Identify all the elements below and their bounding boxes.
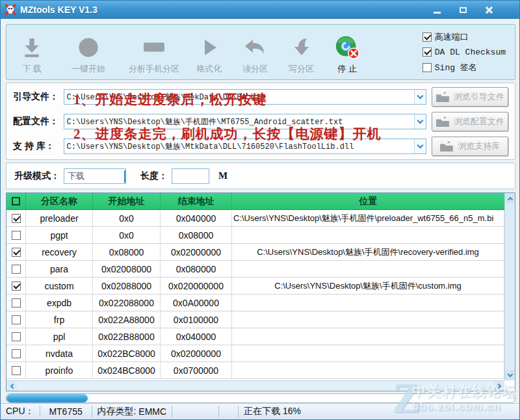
upgrade-mode-select[interactable]: 下载 bbox=[64, 168, 126, 184]
browse-support-lib-button[interactable]: 浏览支持库 bbox=[432, 137, 508, 156]
row-checkbox[interactable] bbox=[12, 248, 21, 257]
write-partition-button[interactable]: 写分区 bbox=[289, 29, 314, 75]
start-address: 0x022A88000 bbox=[93, 311, 161, 328]
partition-name: expdb bbox=[26, 295, 93, 311]
window-title: MZtools KEY V1.3 bbox=[20, 5, 98, 15]
partition-name: ppl bbox=[26, 328, 93, 345]
partition-name: para bbox=[26, 261, 93, 277]
row-checkbox-cell bbox=[6, 362, 26, 378]
combo-dropdown-button[interactable] bbox=[124, 170, 125, 182]
memory-type: 内存类型: EMMC bbox=[92, 406, 173, 417]
scroll-up-button[interactable] bbox=[505, 193, 515, 203]
table-row-nvdata[interactable]: nvdata 0x022BC8000 0x02000000 bbox=[6, 345, 504, 362]
table-row-para[interactable]: para 0x02008000 0x080000 bbox=[6, 261, 504, 278]
format-button[interactable]: 格式化 bbox=[196, 29, 222, 75]
folder-icon bbox=[436, 91, 450, 103]
chevron-right-icon bbox=[496, 384, 501, 389]
file-location: C:\Users\YNS\Desktop\魅族\手机固件\recovery-ve… bbox=[232, 244, 504, 260]
row-checkbox[interactable] bbox=[12, 366, 21, 375]
table-row-pgpt[interactable]: pgpt 0x0 0x08000 bbox=[6, 227, 504, 244]
close-icon bbox=[485, 6, 493, 14]
row-checkbox-cell bbox=[6, 227, 26, 243]
row-checkbox[interactable] bbox=[12, 214, 21, 223]
combo-dropdown-button[interactable] bbox=[414, 114, 426, 129]
table-row-expdb[interactable]: expdb 0x022088000 0x0A00000 bbox=[6, 295, 504, 311]
start-address: 0x022BC8000 bbox=[93, 345, 161, 361]
download-button[interactable]: 下 载 bbox=[21, 29, 43, 75]
highspeed-port-checkbox[interactable]: 高速端口 bbox=[422, 31, 506, 43]
annotation-step-1: 1、开始走进度条后，松开按键 bbox=[73, 90, 267, 109]
browse-boot-file-button[interactable]: 浏览引导文件 bbox=[432, 87, 508, 107]
length-input[interactable] bbox=[172, 168, 209, 184]
end-address: 0x080000 bbox=[161, 261, 232, 277]
checkbox-icon bbox=[422, 63, 432, 72]
maximize-button[interactable] bbox=[454, 4, 471, 16]
combo-dropdown-button[interactable] bbox=[414, 139, 426, 153]
maximize-icon bbox=[460, 7, 467, 13]
stop-button[interactable]: 停 止 bbox=[333, 29, 361, 75]
table-row-recovery[interactable]: recovery 0x08000 0x02000000 C:\Users\YNS… bbox=[6, 244, 504, 261]
boot-file-label: 引导文件： bbox=[13, 91, 64, 103]
close-button[interactable] bbox=[480, 4, 497, 16]
toolbar: 下 载 一键开始 分析手机分区 格式化 读分区 bbox=[6, 24, 515, 80]
header-location[interactable]: 位置 bbox=[232, 193, 504, 209]
row-checkbox[interactable] bbox=[12, 349, 21, 358]
scroll-right-button[interactable] bbox=[494, 381, 504, 391]
row-checkbox-cell bbox=[6, 328, 26, 345]
statusbar-spacer bbox=[172, 406, 219, 417]
analyze-partitions-label: 分析手机分区 bbox=[129, 63, 179, 75]
flash-progress-bar bbox=[6, 393, 515, 403]
header-start-address[interactable]: 开始地址 bbox=[93, 193, 161, 209]
start-address: 0x024BC8000 bbox=[93, 362, 161, 378]
header-partition-name[interactable]: 分区名称 bbox=[26, 193, 93, 209]
table-row-proinfo[interactable]: proinfo 0x024BC8000 0x0700000 bbox=[6, 362, 504, 379]
statusbar: CPU： MT6755 内存类型: EMMC 正在下载 16% bbox=[1, 403, 519, 419]
row-checkbox[interactable] bbox=[12, 231, 21, 240]
scroll-left-button[interactable] bbox=[6, 381, 17, 391]
row-checkbox[interactable] bbox=[12, 265, 21, 274]
table-row-custom[interactable]: custom 0x02088000 0x020000000 C:\Users\Y… bbox=[6, 278, 504, 295]
minimize-button[interactable] bbox=[428, 4, 445, 16]
row-checkbox[interactable] bbox=[12, 298, 21, 308]
checkbox-icon bbox=[12, 197, 20, 205]
table-header-row: 分区名称 开始地址 结束地址 位置 bbox=[6, 193, 504, 210]
header-checkbox-column[interactable] bbox=[6, 193, 26, 209]
minimize-icon bbox=[434, 12, 441, 14]
combo-dropdown-button[interactable] bbox=[414, 90, 426, 104]
table-row-preloader[interactable]: preloader 0x0 0x040000 C:\Users\YNS\Desk… bbox=[6, 210, 504, 227]
scroll-down-button[interactable] bbox=[505, 370, 515, 380]
download-icon bbox=[21, 34, 43, 61]
folder-icon bbox=[436, 116, 450, 127]
end-address: 0x02000000 bbox=[161, 244, 232, 260]
memory-value: EMMC bbox=[138, 406, 166, 417]
row-checkbox[interactable] bbox=[12, 332, 21, 341]
memory-label: 内存类型: bbox=[98, 406, 136, 417]
table-row-ppl[interactable]: ppl 0x022B88000 0x040000 bbox=[6, 328, 504, 345]
da-dl-checksum-checkbox[interactable]: DA DL Checksum bbox=[422, 47, 506, 57]
row-checkbox-cell bbox=[6, 261, 26, 277]
vertical-scrollbar[interactable] bbox=[504, 193, 515, 380]
read-partition-label: 读分区 bbox=[242, 63, 268, 75]
browse-config-file-button[interactable]: 浏览配置文件 bbox=[432, 112, 508, 131]
end-address: 0x0700000 bbox=[161, 362, 232, 378]
chevron-left-icon bbox=[10, 384, 15, 389]
header-end-address[interactable]: 结束地址 bbox=[161, 193, 232, 209]
file-location bbox=[232, 311, 504, 328]
chevron-down-icon bbox=[417, 142, 423, 149]
one-key-start-icon bbox=[77, 34, 100, 61]
stop-icon bbox=[333, 34, 361, 61]
one-key-start-button[interactable]: 一键开始 bbox=[72, 29, 105, 75]
row-checkbox[interactable] bbox=[12, 282, 21, 291]
app-window: MZtools KEY V1.3 下 载 一键开始 分析手机分区 bbox=[0, 0, 520, 420]
config-file-label: 配置文件： bbox=[13, 116, 64, 127]
checkbox-icon bbox=[422, 47, 432, 57]
start-address: 0x022088000 bbox=[93, 295, 161, 311]
analyze-partitions-button[interactable]: 分析手机分区 bbox=[129, 29, 179, 75]
horizontal-scrollbar[interactable] bbox=[6, 380, 504, 391]
read-partition-button[interactable]: 读分区 bbox=[242, 29, 268, 75]
table-row-frp[interactable]: frp 0x022A88000 0x0100000 bbox=[6, 311, 504, 328]
row-checkbox-cell bbox=[6, 210, 26, 226]
sign-checkbox[interactable]: Sing 签名 bbox=[422, 62, 506, 73]
format-icon bbox=[199, 34, 220, 61]
row-checkbox[interactable] bbox=[12, 315, 21, 324]
